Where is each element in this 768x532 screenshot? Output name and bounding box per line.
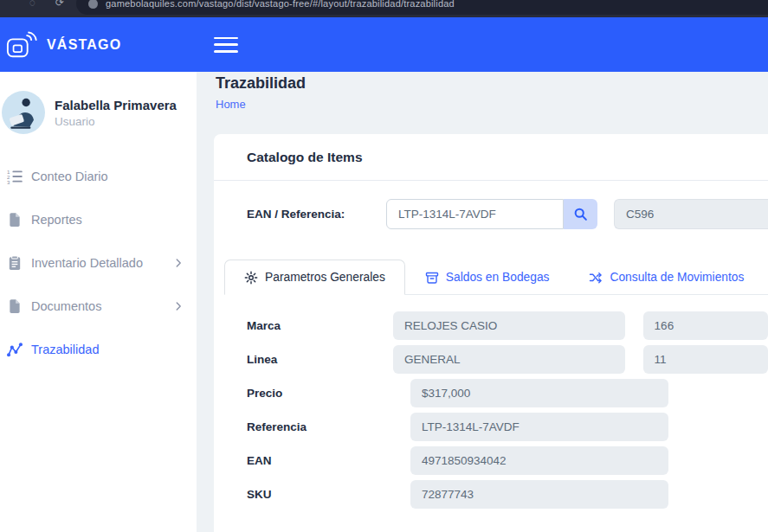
ean-referencia-input[interactable] bbox=[386, 199, 564, 229]
sidebar-item-documentos[interactable]: Documentos bbox=[0, 285, 197, 328]
archive-icon bbox=[425, 271, 439, 285]
tab-bar: Parametros GeneralesSaldos en BodegasCon… bbox=[224, 260, 768, 295]
field-label: Precio bbox=[247, 387, 410, 400]
user-name: Falabella Primavera bbox=[55, 98, 177, 112]
form-row-precio: Precio$317,000 bbox=[247, 379, 768, 407]
form-row-marca: MarcaRELOJES CASIO166 bbox=[247, 311, 768, 340]
field-value: 4971850934042 bbox=[410, 446, 668, 475]
page-title: Trazabilidad bbox=[216, 74, 768, 93]
chevron-right-icon bbox=[172, 257, 184, 269]
item-code-field: C596 bbox=[614, 199, 768, 229]
gear-icon bbox=[244, 271, 258, 285]
sidebar-item-label: Documentos bbox=[31, 299, 101, 313]
file-icon bbox=[7, 212, 23, 228]
clipboard-icon bbox=[7, 255, 23, 271]
field-label: Linea bbox=[247, 353, 393, 366]
sidebar-item-label: Inventario Detallado bbox=[31, 256, 143, 270]
hamburger-menu-icon[interactable] bbox=[214, 37, 238, 53]
form-row-ean: EAN4971850934042 bbox=[247, 446, 768, 475]
tab-parametros-generales[interactable]: Parametros Generales bbox=[224, 260, 405, 295]
item-detail-form: MarcaRELOJES CASIO166LineaGENERAL11Preci… bbox=[247, 311, 768, 509]
sidebar-item-label: Reportes bbox=[31, 213, 82, 227]
chevron-right-icon bbox=[172, 300, 184, 312]
field-value: 72877743 bbox=[410, 480, 668, 509]
sidebar-item-reportes[interactable]: Reportes bbox=[0, 198, 197, 241]
field-label: Marca bbox=[247, 319, 393, 332]
url-text: gamebolaquiles.com/vastago/dist/vastago-… bbox=[106, 0, 455, 9]
sidebar-item-conteo-diario[interactable]: 123Conteo Diario bbox=[0, 155, 197, 198]
sidebar-item-label: Conteo Diario bbox=[31, 170, 108, 183]
tab-saldos-en-bodegas[interactable]: Saldos en Bodegas bbox=[405, 260, 570, 295]
svg-text:3: 3 bbox=[7, 179, 10, 184]
extension-icon[interactable]: ◌ bbox=[29, 0, 35, 9]
ean-referencia-label: EAN / Referencia: bbox=[247, 208, 386, 221]
search-button[interactable] bbox=[564, 199, 597, 229]
search-icon bbox=[573, 207, 588, 221]
browser-chrome: ◌ ⟳ gamebolaquiles.com/vastago/dist/vast… bbox=[0, 0, 768, 17]
brand-zone[interactable]: VÁSTAGO bbox=[0, 31, 197, 59]
form-row-linea: LineaGENERAL11 bbox=[247, 345, 768, 374]
file-icon bbox=[7, 298, 23, 314]
catalog-card: Catalogo de Items EAN / Referencia: C596… bbox=[214, 134, 768, 532]
url-bar[interactable]: gamebolaquiles.com/vastago/dist/vastago-… bbox=[76, 0, 768, 15]
field-value: $317,000 bbox=[410, 379, 668, 407]
sidebar-item-trazabilidad[interactable]: Trazabilidad bbox=[0, 328, 197, 371]
tab-label: Consulta de Movimientos bbox=[610, 271, 744, 284]
breadcrumb-home-link[interactable]: Home bbox=[216, 98, 246, 111]
tab-consulta-de-movimientos[interactable]: Consulta de Movimientos bbox=[569, 260, 764, 295]
field-label: Referencia bbox=[247, 420, 410, 433]
field-extra-value: 11 bbox=[643, 345, 768, 374]
form-row-referencia: ReferenciaLTP-1314L-7AVDF bbox=[247, 413, 768, 441]
tab-label: Saldos en Bodegas bbox=[446, 271, 550, 284]
card-title: Catalogo de Items bbox=[247, 150, 363, 164]
ordered-list-icon: 123 bbox=[7, 169, 23, 184]
avatar bbox=[2, 91, 45, 134]
site-info-icon[interactable] bbox=[88, 0, 98, 9]
sidebar: Falabella Primavera Usuario 123Conteo Di… bbox=[0, 72, 197, 532]
shuffle-icon bbox=[589, 271, 603, 285]
brand-name: VÁSTAGO bbox=[47, 37, 121, 53]
reload-icon[interactable]: ⟳ bbox=[55, 0, 64, 9]
form-row-sku: SKU72877743 bbox=[247, 480, 768, 509]
user-profile[interactable]: Falabella Primavera Usuario bbox=[0, 72, 197, 155]
user-role: Usuario bbox=[55, 115, 177, 128]
field-value: LTP-1314L-7AVDF bbox=[410, 413, 668, 441]
sidebar-item-label: Trazabilidad bbox=[31, 343, 99, 356]
field-value: GENERAL bbox=[393, 345, 625, 374]
field-value: RELOJES CASIO bbox=[393, 311, 625, 340]
tab-label: Parametros Generales bbox=[265, 271, 385, 284]
field-label: EAN bbox=[247, 454, 410, 467]
sidebar-menu: 123Conteo DiarioReportesInventario Detal… bbox=[0, 155, 197, 371]
field-extra-value: 166 bbox=[643, 311, 768, 340]
rfid-tag-logo-icon bbox=[6, 31, 39, 59]
field-label: SKU bbox=[247, 488, 410, 501]
network-icon bbox=[7, 342, 23, 357]
app-header: VÁSTAGO bbox=[0, 17, 768, 72]
sidebar-item-inventario-detallado[interactable]: Inventario Detallado bbox=[0, 241, 197, 285]
main-content: Trazabilidad Home Catalogo de Items EAN … bbox=[197, 72, 768, 532]
